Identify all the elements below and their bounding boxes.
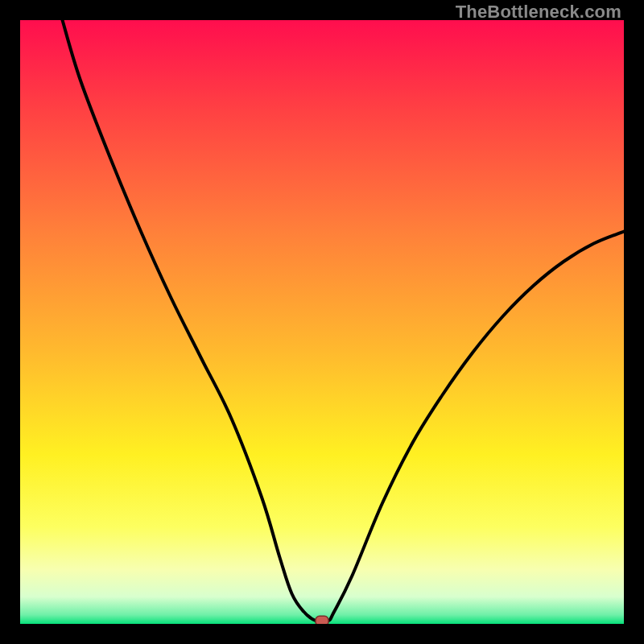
- optimal-marker: [316, 616, 328, 624]
- plot-area: [20, 20, 624, 624]
- chart-svg: [20, 20, 624, 624]
- chart-frame: TheBottleneck.com: [0, 0, 644, 644]
- watermark-text: TheBottleneck.com: [456, 2, 621, 23]
- gradient-bg: [20, 20, 624, 624]
